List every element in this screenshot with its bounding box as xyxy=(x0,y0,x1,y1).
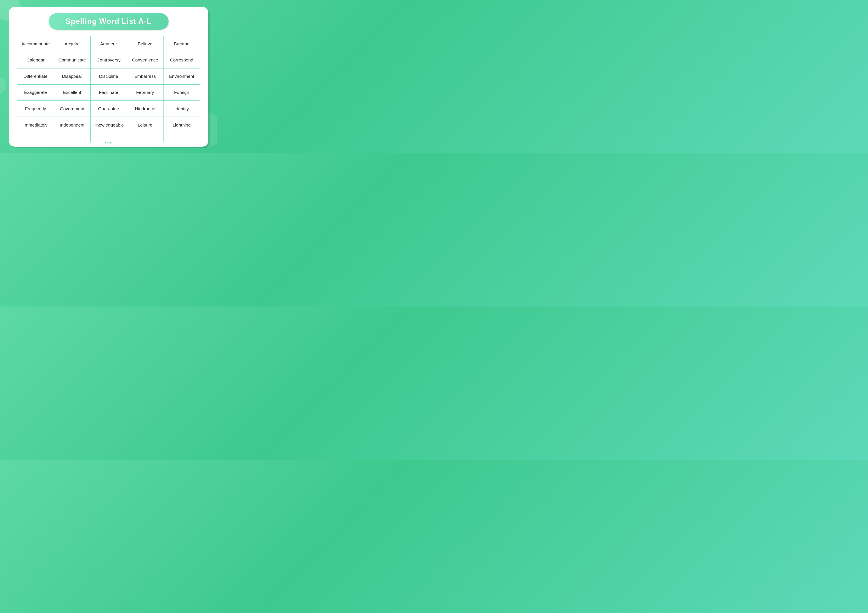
word-cell: Excellent xyxy=(54,84,90,101)
word-cell xyxy=(163,133,200,142)
word-cell: Knowledgeable xyxy=(90,117,127,133)
word-cell: Government xyxy=(54,101,90,117)
main-card: Spelling Word List A-L AccommodateAcquir… xyxy=(9,7,208,147)
title-banner: Spelling Word List A-L xyxy=(48,13,169,30)
table-row: AccommodateAcquireAmateurBelieveBreathe xyxy=(17,36,200,52)
word-cell: Foreign xyxy=(163,84,200,101)
word-cell xyxy=(127,133,163,142)
spelling-word-table: AccommodateAcquireAmateurBelieveBreatheC… xyxy=(17,36,200,142)
decorative-circle-3 xyxy=(0,77,6,94)
word-cell: Acquire xyxy=(54,36,90,52)
word-cell: Disappear xyxy=(54,68,90,85)
word-cell: Exaggerate xyxy=(17,84,54,101)
word-cell: Independent xyxy=(54,117,90,133)
table-row: ImmediatelyIndependentKnowledgeableLeisu… xyxy=(17,117,200,133)
word-cell: Guarantee xyxy=(90,101,127,117)
word-cell: Controversy xyxy=(90,52,127,68)
word-cell: Embarrass xyxy=(127,68,163,85)
table-row: ExaggerateExcellentFascinateFebruaryFore… xyxy=(17,84,200,101)
word-cell: Fascinate xyxy=(90,84,127,101)
word-cell: Discipline xyxy=(90,68,127,85)
word-cell: Hindrance xyxy=(127,101,163,117)
table-row: FrequentlyGovernmentGuaranteeHindranceId… xyxy=(17,101,200,117)
word-cell: Believe xyxy=(127,36,163,52)
word-cell: Environment xyxy=(163,68,200,85)
word-cell: Immediately xyxy=(17,117,54,133)
word-cell: Calendar xyxy=(17,52,54,68)
word-cell: February xyxy=(127,84,163,101)
word-cell: Correspond xyxy=(163,52,200,68)
table-row: DifferentiateDisappearDisciplineEmbarras… xyxy=(17,68,200,85)
word-cell: Communicate xyxy=(54,52,90,68)
page-title: Spelling Word List A-L xyxy=(65,17,152,26)
word-cell: Leisure xyxy=(127,117,163,133)
word-cell: Convenience xyxy=(127,52,163,68)
word-cell: Frequently xyxy=(17,101,54,117)
word-cell: Breathe xyxy=(163,36,200,52)
word-cell: Lightning xyxy=(163,117,200,133)
table-row: CalendarCommunicateControversyConvenienc… xyxy=(17,52,200,68)
word-cell: Accommodate xyxy=(17,36,54,52)
word-cell xyxy=(54,133,90,142)
word-cell: Identity xyxy=(163,101,200,117)
word-cell: Differentiate xyxy=(17,68,54,85)
brand-label: kami xyxy=(105,141,113,144)
word-cell xyxy=(17,133,54,142)
word-cell: Amateur xyxy=(90,36,127,52)
